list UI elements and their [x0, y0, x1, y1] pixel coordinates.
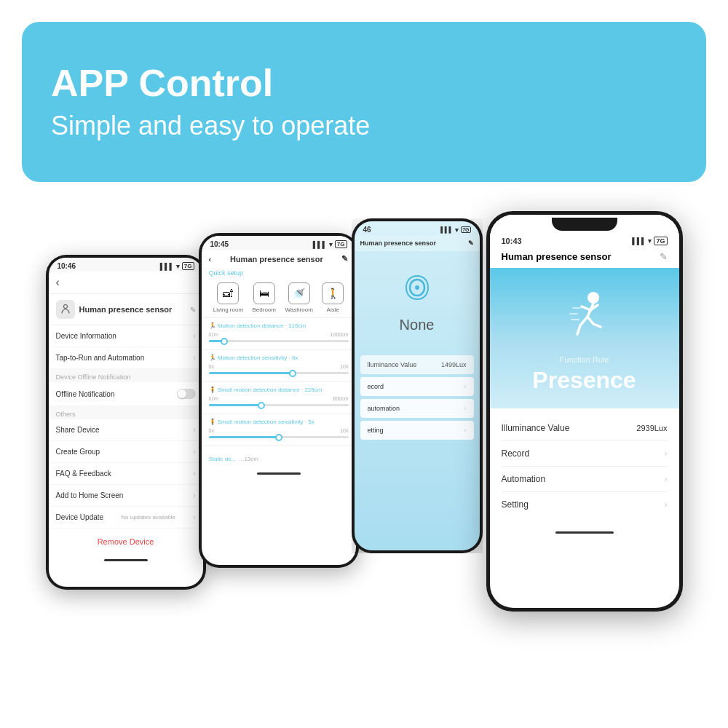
p1-add-home-screen[interactable]: Add to Home Screen › — [49, 485, 203, 507]
p3-status-bar: 46 ▌▌▌ ▾ 7G — [355, 221, 480, 235]
p4-record-row[interactable]: Record › — [502, 441, 668, 467]
p2-quick-icons: 🛋 Living room 🛏 Bedroom 🚿 Washroom 🚶 Ais… — [202, 278, 356, 317]
p4-illuminance-label: Illuminance Value — [502, 423, 570, 433]
p2-back[interactable]: ‹ — [209, 255, 212, 264]
p2-slider-small-sens: 🧍 Small motion detection sensitivity · 5… — [202, 414, 356, 446]
p2-quick-setup-label: Quick setup — [202, 268, 356, 278]
p4-presence-text: Presence — [532, 367, 636, 394]
p1-offline-toggle[interactable] — [177, 389, 196, 399]
p1-device-update[interactable]: Device Update No updates available › — [49, 507, 203, 529]
p3-main: None — [355, 251, 480, 355]
p1-device-row: Human presence sensor ✎ — [49, 294, 203, 325]
p2-status-icons: ▌▌▌ ▾ 7G — [313, 240, 347, 248]
p4-record-label: Record — [502, 448, 530, 459]
p4-setting-label: Setting — [502, 499, 529, 510]
p3-illuminance-row: lluminance Value 1499Lux — [360, 355, 474, 374]
p4-main-area: Function Rule Presence — [490, 268, 679, 408]
header-subtitle: Simple and easy to operate — [51, 111, 677, 141]
p4-function-rule: Function Rule — [560, 355, 609, 364]
p2-title: Human presence sensor — [230, 255, 323, 264]
p4-automation-arrow: › — [665, 474, 668, 484]
p1-menu-device-info[interactable]: Device Information › — [49, 325, 203, 347]
p2-slider-motion-sens: 🏃 Motion detection sensitivity · 6x 0x 1… — [202, 349, 356, 381]
p2-status-bar: 10:45 ▌▌▌ ▾ 7G — [202, 236, 356, 250]
p1-device-icon — [56, 300, 75, 319]
p4-automation-row[interactable]: Automation › — [502, 467, 668, 492]
p3-header: Human presence sensor ✎ — [355, 235, 480, 251]
p1-nav: ‹ — [49, 272, 203, 294]
p3-record-row[interactable]: ecord › — [360, 377, 474, 396]
p1-remove-device[interactable]: Remove Device — [49, 529, 203, 555]
p4-title-row: Human presence sensor ✎ — [490, 248, 679, 268]
phones-container: 10:46 ▌▌▌ ▾ 7G ‹ — [0, 197, 728, 728]
p4-setting-arrow: › — [665, 499, 668, 510]
p3-title: Human presence sensor — [360, 240, 437, 247]
p3-setting-row[interactable]: etting › — [360, 421, 474, 440]
p2-room-living[interactable]: 🛋 Living room — [213, 282, 243, 313]
phone3: 46 ▌▌▌ ▾ 7G Human presence sensor ✎ — [352, 218, 483, 553]
p1-create-group[interactable]: Create Group › — [49, 441, 203, 463]
p4-title: Human presence sensor — [502, 251, 612, 262]
p4-home-indicator — [490, 524, 679, 539]
p4-status-bar: 10:43 ▌▌▌ ▾ 7G — [490, 231, 679, 248]
p1-back-icon[interactable]: ‹ — [56, 276, 60, 289]
p2-static-label: Static de... ...13cm — [202, 446, 356, 468]
p2-slider-4-track[interactable] — [209, 436, 349, 438]
p1-time: 10:46 — [58, 262, 76, 270]
p4-info-section: Illuminance Value 2939Lux Record › Autom… — [490, 408, 679, 524]
p2-time: 10:45 — [210, 240, 229, 248]
p3-edit-icon[interactable]: ✎ — [468, 240, 474, 247]
p2-slider-motion-dist: 🏃 Motion detection distance · 116cm 0cm … — [202, 317, 356, 349]
p2-slider-2-track[interactable] — [209, 372, 349, 374]
p4-edit-icon[interactable]: ✎ — [660, 251, 668, 262]
p1-share-device[interactable]: Share Device › — [49, 419, 203, 441]
arrow-icon: › — [193, 354, 195, 362]
phone2: 10:45 ▌▌▌ ▾ 7G ‹ Human presence sensor ✎… — [199, 233, 359, 568]
p1-menu-tap-run[interactable]: Tap-to-Run and Automation › — [49, 347, 203, 369]
p1-section-offline: Device Offline Notification — [49, 369, 203, 382]
p1-section-others: Others — [49, 406, 203, 419]
phone1: 10:46 ▌▌▌ ▾ 7G ‹ — [46, 255, 206, 590]
p3-automation-row[interactable]: automation › — [360, 399, 474, 418]
p2-room-washroom[interactable]: 🚿 Washroom — [285, 282, 312, 313]
arrow-icon: › — [193, 470, 195, 478]
p4-notch — [552, 218, 617, 231]
p1-home-indicator — [49, 555, 203, 566]
arrow-icon: › — [193, 513, 195, 521]
svg-point-1 — [587, 292, 599, 304]
p1-device-name: Human presence sensor — [79, 305, 186, 314]
p3-status-none: None — [400, 317, 435, 333]
p3-info-section: lluminance Value 1499Lux ecord › automat… — [355, 355, 480, 440]
p1-status-icons: ▌▌▌ ▾ 7G — [160, 262, 194, 270]
p4-setting-row[interactable]: Setting › — [502, 492, 668, 517]
p3-wave-icon — [395, 266, 439, 309]
svg-point-0 — [63, 305, 67, 309]
p2-header: ‹ Human presence sensor ✎ — [202, 250, 356, 268]
p2-room-aisle[interactable]: 🚶 Aisle — [322, 282, 344, 313]
header-title: APP Control — [51, 63, 677, 104]
p2-home-indicator — [202, 468, 356, 479]
p2-slider-3-track[interactable] — [209, 404, 349, 406]
arrow-icon: › — [193, 332, 195, 340]
p4-illuminance-value: 2939Lux — [636, 424, 667, 432]
p1-edit-icon[interactable]: ✎ — [190, 306, 196, 314]
p1-status-bar: 10:46 ▌▌▌ ▾ 7G — [49, 258, 203, 272]
arrow-icon: › — [193, 426, 195, 434]
p2-edit[interactable]: ✎ — [341, 254, 348, 264]
p2-slider-small-dist: 🧍 Small motion detection distance · 229c… — [202, 381, 356, 414]
p4-notch-area — [490, 215, 679, 231]
phone4: 10:43 ▌▌▌ ▾ 7G Human presence sensor ✎ — [486, 211, 683, 612]
p1-offline-notification[interactable]: Offline Notification — [49, 382, 203, 406]
p2-slider-1-track[interactable] — [209, 340, 349, 342]
p4-automation-label: Automation — [502, 474, 546, 484]
p1-faq-feedback[interactable]: FAQ & Feedback › — [49, 463, 203, 485]
arrow-icon: › — [193, 491, 195, 499]
p4-presence-icon — [552, 282, 617, 348]
p3-screen: 46 ▌▌▌ ▾ 7G Human presence sensor ✎ — [355, 221, 480, 550]
p4-time: 10:43 — [502, 237, 522, 245]
header-banner: APP Control Simple and easy to operate — [22, 22, 706, 182]
p2-room-bedroom[interactable]: 🛏 Bedroom — [253, 282, 276, 313]
p4-record-arrow: › — [665, 448, 668, 459]
arrow-icon: › — [193, 448, 195, 456]
p3-time: 46 — [363, 226, 371, 234]
